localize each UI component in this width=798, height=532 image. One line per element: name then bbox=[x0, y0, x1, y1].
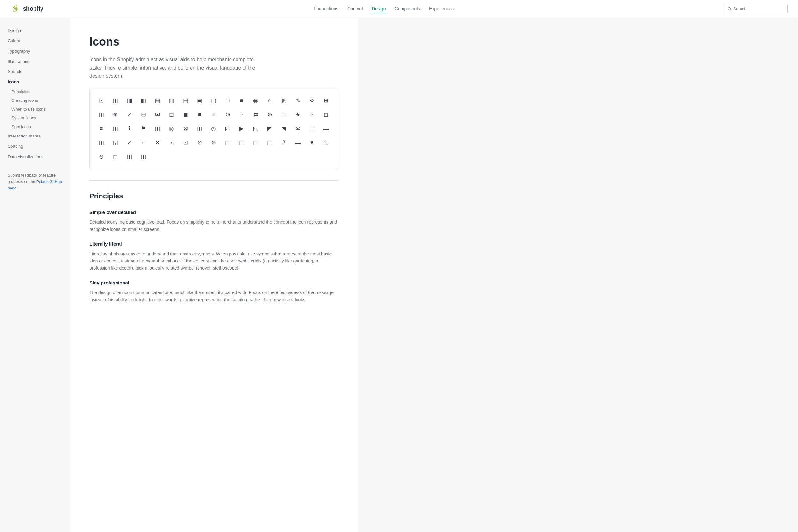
icon-cell: ◻ bbox=[321, 110, 331, 120]
svg-line-1 bbox=[730, 10, 731, 11]
sidebar-sub-when-to-use[interactable]: When to use icons bbox=[0, 105, 70, 114]
page-intro: Icons in the Shopify admin act as visual… bbox=[89, 56, 268, 80]
icon-cell: ◨ bbox=[124, 96, 134, 106]
icon-cell: ◱ bbox=[110, 138, 120, 148]
icon-cell: ⚙ bbox=[307, 96, 317, 106]
icon-cell: ◺ bbox=[321, 138, 331, 148]
nav-experiences[interactable]: Experiences bbox=[429, 4, 454, 13]
icon-cell: ⊕ bbox=[110, 110, 120, 120]
principle-literal-title: Literally literal bbox=[89, 241, 338, 248]
sidebar-sub-principles[interactable]: Principles bbox=[0, 88, 70, 96]
icon-cell: ⇄ bbox=[251, 110, 261, 120]
icon-cell: ⌂ bbox=[307, 110, 317, 120]
sidebar-item-icons[interactable]: Icons bbox=[0, 77, 70, 87]
icon-cell: ◧ bbox=[138, 96, 148, 106]
search-box[interactable] bbox=[724, 4, 788, 13]
icon-cell: ★ bbox=[293, 110, 303, 120]
icon-cell: ℹ bbox=[124, 124, 134, 134]
header: shopify Foundations Content Design Compo… bbox=[0, 0, 798, 18]
icon-cell: ◉ bbox=[251, 96, 261, 106]
icon-cell: ✉ bbox=[152, 110, 162, 120]
icon-cell: ◻ bbox=[166, 110, 177, 120]
icon-cell: ◫ bbox=[194, 124, 205, 134]
icon-cell: ▶ bbox=[237, 124, 247, 134]
sidebar-item-interaction-states[interactable]: Interaction states bbox=[0, 131, 70, 141]
icon-cell: ▦ bbox=[152, 96, 162, 106]
nav-design[interactable]: Design bbox=[372, 4, 386, 13]
icon-cell: ▬ bbox=[293, 138, 303, 148]
principle-simple-body: Detailed icons increase cognitive load. … bbox=[89, 218, 338, 233]
icon-cell: ⊞ bbox=[321, 96, 331, 106]
icon-cell: ◫ bbox=[96, 138, 106, 148]
icon-cell: ✓ bbox=[124, 110, 134, 120]
icon-cell: ✕ bbox=[152, 138, 162, 148]
icon-cell: ▣ bbox=[194, 96, 205, 106]
icon-cell: ⊖ bbox=[96, 152, 106, 162]
icon-cell: ⊡ bbox=[96, 96, 106, 106]
nav-foundations[interactable]: Foundations bbox=[314, 4, 338, 13]
principle-simple: Simple over detailed Detailed icons incr… bbox=[89, 209, 338, 233]
main-nav: Foundations Content Design Components Ex… bbox=[314, 4, 454, 13]
icon-grid-box: ⊡◫◨◧▦▥▤▣▢□■◉⌂▨✎⚙⊞◫⊕✓⊟✉◻◼◾◽⊘▫⇄⊕◫★⌂◻≡◫ℹ⚑◫◎… bbox=[89, 88, 338, 170]
search-icon bbox=[727, 7, 731, 11]
icon-cell: ⊟ bbox=[138, 110, 148, 120]
icon-cell: ⚑ bbox=[138, 124, 148, 134]
icon-cell: ◫ bbox=[307, 124, 317, 134]
icon-cell: □ bbox=[222, 96, 233, 106]
icon-cell: ⊕ bbox=[208, 138, 219, 148]
icon-cell: ◤ bbox=[265, 124, 275, 134]
sidebar-item-typography[interactable]: Typography bbox=[0, 46, 70, 56]
icon-cell: ◎ bbox=[166, 124, 177, 134]
sidebar-item-colors[interactable]: Colors bbox=[0, 36, 70, 46]
sidebar-item-design[interactable]: Design bbox=[0, 25, 70, 36]
icon-cell: ◥ bbox=[279, 124, 289, 134]
sidebar-item-illustrations[interactable]: Illustrations bbox=[0, 56, 70, 66]
sidebar-feedback: Submit feedback or feature requests on t… bbox=[0, 167, 70, 196]
icon-cell: ← bbox=[138, 138, 148, 148]
icon-cell: ▥ bbox=[166, 96, 177, 106]
sidebar-item-data-visualizations[interactable]: Data visualizations bbox=[0, 152, 70, 162]
icon-cell: ⊕ bbox=[265, 110, 275, 120]
sidebar-item-sounds[interactable]: Sounds bbox=[0, 66, 70, 77]
icon-cell: ⊡ bbox=[180, 138, 191, 148]
icon-cell: ◻ bbox=[110, 152, 120, 162]
layout: Design Colors Typography Illustrations S… bbox=[0, 18, 798, 532]
icon-cell: ◷ bbox=[208, 124, 219, 134]
nav-components[interactable]: Components bbox=[395, 4, 420, 13]
icon-cell: ✎ bbox=[293, 96, 303, 106]
icon-cell: ⌂ bbox=[265, 96, 275, 106]
icon-cell: ◫ bbox=[138, 152, 148, 162]
icon-cell: ◾ bbox=[194, 110, 205, 120]
icon-cell: ⊠ bbox=[180, 124, 191, 134]
icon-cell: ◸ bbox=[222, 124, 233, 134]
principle-professional: Stay professional The design of an icon … bbox=[89, 279, 338, 303]
page-title: Icons bbox=[89, 33, 338, 51]
nav-content[interactable]: Content bbox=[347, 4, 363, 13]
icon-cell: ◫ bbox=[265, 138, 275, 148]
icon-cell: ◫ bbox=[222, 138, 233, 148]
icon-cell: ▬ bbox=[321, 124, 331, 134]
icon-cell: ◫ bbox=[110, 124, 120, 134]
icon-cell: ◽ bbox=[208, 110, 219, 120]
search-input[interactable] bbox=[733, 6, 784, 11]
principle-professional-title: Stay professional bbox=[89, 279, 338, 287]
sidebar-item-spacing[interactable]: Spacing bbox=[0, 141, 70, 152]
sidebar-sub-creating-icons[interactable]: Creating icons bbox=[0, 96, 70, 105]
icon-cell: ⊘ bbox=[222, 110, 233, 120]
logo[interactable]: shopify bbox=[10, 4, 43, 14]
icon-cell: # bbox=[279, 138, 289, 148]
sidebar-sub-system-icons[interactable]: System icons bbox=[0, 114, 70, 122]
icon-cell: ✉ bbox=[293, 124, 303, 134]
logo-text: shopify bbox=[23, 4, 43, 13]
icon-cell: ■ bbox=[237, 96, 247, 106]
icon-cell: ▫ bbox=[237, 110, 247, 120]
icon-cell: ◫ bbox=[110, 96, 120, 106]
icon-grid: ⊡◫◨◧▦▥▤▣▢□■◉⌂▨✎⚙⊞◫⊕✓⊟✉◻◼◾◽⊘▫⇄⊕◫★⌂◻≡◫ℹ⚑◫◎… bbox=[96, 96, 332, 162]
sidebar: Design Colors Typography Illustrations S… bbox=[0, 18, 70, 532]
sidebar-sub-spot-icons[interactable]: Spot icons bbox=[0, 122, 70, 131]
principle-literal: Literally literal Literal symbols are ea… bbox=[89, 241, 338, 272]
icon-cell: ⊙ bbox=[194, 138, 205, 148]
icon-cell: ✓ bbox=[124, 138, 134, 148]
icon-cell: ≡ bbox=[96, 124, 106, 134]
icon-cell: ◫ bbox=[251, 138, 261, 148]
